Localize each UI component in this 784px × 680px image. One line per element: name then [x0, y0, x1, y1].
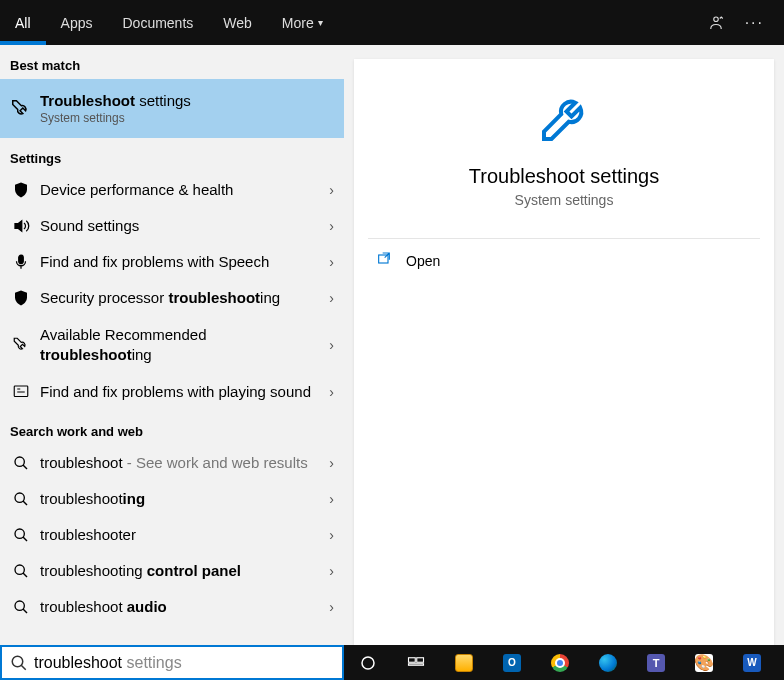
tab-more[interactable]: More▾: [267, 0, 338, 45]
chevron-right-icon: ›: [329, 182, 334, 198]
preview-type: System settings: [354, 192, 774, 208]
shield-icon: [10, 289, 32, 307]
search-icon: [10, 491, 32, 507]
chevron-right-icon: ›: [329, 218, 334, 234]
svg-rect-1: [19, 255, 24, 263]
tab-documents[interactable]: Documents: [107, 0, 208, 45]
taskbar-teams[interactable]: T: [632, 645, 680, 680]
shield-icon: [10, 181, 32, 199]
sound-icon: [10, 217, 32, 235]
best-match-result[interactable]: Troubleshoot settings System settings: [0, 79, 344, 138]
web-result-troubleshooter[interactable]: troubleshooter ›: [0, 517, 344, 553]
result-security-processor[interactable]: Security processor troubleshooting ›: [0, 280, 344, 316]
search-icon: [10, 527, 32, 543]
result-sound-settings[interactable]: Sound settings ›: [0, 208, 344, 244]
chevron-right-icon: ›: [329, 491, 334, 507]
svg-rect-2: [14, 386, 28, 397]
svg-rect-12: [417, 657, 424, 662]
wrench-icon: [10, 336, 32, 354]
svg-point-3: [15, 457, 24, 466]
chevron-right-icon: ›: [329, 384, 334, 400]
svg-point-5: [15, 529, 24, 538]
chevron-right-icon: ›: [329, 290, 334, 306]
chevron-down-icon: ▾: [318, 17, 323, 28]
chevron-right-icon: ›: [329, 455, 334, 471]
chevron-right-icon: ›: [329, 527, 334, 543]
tab-web[interactable]: Web: [208, 0, 267, 45]
section-settings: Settings: [0, 138, 344, 172]
search-box[interactable]: troubleshoot settings: [0, 645, 344, 680]
tab-apps[interactable]: Apps: [46, 0, 108, 45]
taskbar-word[interactable]: W: [728, 645, 776, 680]
preview-pane: Troubleshoot settings System settings Op…: [354, 59, 774, 645]
svg-rect-13: [409, 663, 424, 665]
taskbar-task-view[interactable]: [392, 645, 440, 680]
result-device-performance[interactable]: Device performance & health ›: [0, 172, 344, 208]
svg-point-0: [713, 17, 718, 22]
tab-all[interactable]: All: [0, 0, 46, 45]
web-result-troubleshooting-control-panel[interactable]: troubleshooting control panel ›: [0, 553, 344, 589]
results-panel: Best match Troubleshoot settings System …: [0, 45, 344, 645]
preview-hero-icon: [534, 89, 594, 149]
section-search-web: Search work and web: [0, 411, 344, 445]
web-result-troubleshoot-audio[interactable]: troubleshoot audio ›: [0, 589, 344, 625]
result-playing-sound[interactable]: Find and fix problems with playing sound…: [0, 373, 344, 411]
svg-point-10: [362, 657, 374, 669]
web-result-troubleshooting[interactable]: troubleshooting ›: [0, 481, 344, 517]
search-input[interactable]: [30, 650, 228, 675]
svg-point-7: [15, 601, 24, 610]
search-scope-tabs: All Apps Documents Web More▾ ···: [0, 0, 784, 45]
taskbar-chrome[interactable]: [536, 645, 584, 680]
result-recommended-troubleshooting[interactable]: Available Recommended troubleshooting ›: [0, 316, 344, 373]
chevron-right-icon: ›: [329, 254, 334, 270]
preview-title: Troubleshoot settings: [354, 165, 774, 188]
taskbar-paint[interactable]: 🎨: [680, 645, 728, 680]
svg-rect-11: [409, 657, 416, 662]
svg-point-4: [15, 493, 24, 502]
control-panel-icon: [10, 383, 32, 401]
taskbar-explorer[interactable]: [440, 645, 488, 680]
feedback-icon[interactable]: [697, 0, 735, 45]
search-icon: [8, 654, 30, 672]
preview-open-action[interactable]: Open: [354, 239, 774, 283]
web-result-troubleshoot[interactable]: troubleshoot - See work and web results …: [0, 445, 344, 481]
chevron-right-icon: ›: [329, 337, 334, 353]
section-best-match: Best match: [0, 45, 344, 79]
taskbar: O T 🎨 W: [344, 645, 784, 680]
chevron-right-icon: ›: [329, 563, 334, 579]
search-icon: [10, 563, 32, 579]
svg-point-9: [12, 656, 23, 667]
taskbar-edge[interactable]: [584, 645, 632, 680]
open-icon: [374, 251, 394, 271]
taskbar-cortana[interactable]: [344, 645, 392, 680]
svg-point-6: [15, 565, 24, 574]
search-icon: [10, 455, 32, 471]
search-icon: [10, 599, 32, 615]
taskbar-outlook[interactable]: O: [488, 645, 536, 680]
microphone-icon: [10, 253, 32, 271]
result-speech-fix[interactable]: Find and fix problems with Speech ›: [0, 244, 344, 280]
settings-wrench-icon: [10, 98, 32, 120]
chevron-right-icon: ›: [329, 599, 334, 615]
more-options-icon[interactable]: ···: [735, 0, 774, 45]
